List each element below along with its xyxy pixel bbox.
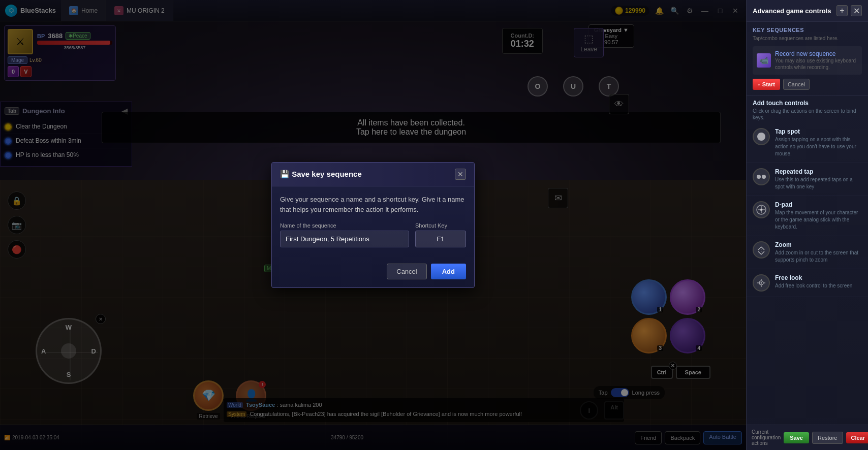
tap-spot-icon — [753, 128, 770, 145]
panel-scroll-area[interactable]: Key sequences Tap/combo sequences are li… — [747, 22, 868, 450]
zoom-svg — [756, 244, 767, 255]
cancel-button-sm[interactable]: Cancel — [783, 79, 810, 90]
dpad-icon — [753, 201, 770, 218]
record-info: Record new sequence You may also use exi… — [775, 50, 858, 71]
free-look-name: Free look — [775, 274, 862, 281]
zoom-info: Zoom Add zoom in or out to the screen th… — [775, 241, 862, 264]
panel-add-button[interactable]: + — [836, 5, 848, 16]
key-sequences-desc: Tap/combo sequences are listed here. — [753, 35, 862, 42]
modal-add-button[interactable]: Add — [431, 264, 466, 279]
record-name-link[interactable]: Record new sequence — [775, 50, 858, 57]
touch-control-repeated-tap[interactable]: Repeated tap Use this to add repeated ta… — [747, 163, 868, 196]
panel-title: Advanced game controls — [753, 7, 831, 15]
save-sequence-modal: 💾 Save key sequence ✕ Give your sequence… — [271, 162, 475, 288]
record-icon: 📹 — [757, 53, 771, 68]
touch-control-dpad[interactable]: D-pad Map the movement of your character… — [747, 196, 868, 236]
free-look-svg — [756, 277, 767, 288]
start-button[interactable]: Start — [753, 79, 780, 90]
name-field-group: Name of the sequence — [280, 222, 409, 247]
panel-footer: Current configuration actions Save Resto… — [747, 425, 868, 450]
panel-close-icon[interactable]: ✕ — [851, 5, 862, 16]
svg-point-5 — [760, 209, 763, 211]
form-row: Name of the sequence Shortcut Key — [280, 222, 466, 247]
touch-control-zoom[interactable]: Zoom Add zoom in or out to the screen th… — [747, 236, 868, 269]
free-look-info: Free look Add free look control to the s… — [775, 274, 862, 290]
touch-control-tap-spot[interactable]: Tap spot Assign tapping on a spot with t… — [747, 123, 868, 163]
repeated-tap-desc: Use this to add repeated taps on a spot … — [775, 176, 862, 190]
shortcut-key-input[interactable] — [415, 231, 466, 247]
name-label: Name of the sequence — [280, 222, 409, 229]
add-touch-header: Add touch controls Click or drag the act… — [747, 95, 868, 123]
key-sequences-title: Key sequences — [753, 27, 862, 33]
modal-title: 💾 Save key sequence — [280, 170, 362, 179]
modal-footer: Cancel Add — [272, 264, 474, 287]
dpad-name: D-pad — [775, 201, 862, 208]
add-touch-desc: Click or drag the actions on the screen … — [753, 108, 862, 121]
save-button[interactable]: Save — [784, 432, 809, 443]
sequence-name-input[interactable] — [280, 231, 409, 247]
svg-point-8 — [761, 282, 762, 284]
shortcut-label: Shortcut Key — [415, 222, 466, 229]
repeated-tap-dots — [757, 175, 766, 179]
tap-spot-dot — [757, 133, 765, 141]
modal-cancel-button[interactable]: Cancel — [387, 264, 426, 279]
tap-spot-info: Tap spot Assign tapping on a spot with t… — [775, 128, 862, 157]
zoom-icon — [753, 241, 770, 259]
modal-body: Give your sequence a name and a shortcut… — [272, 186, 474, 264]
free-look-icon — [753, 274, 770, 292]
modal-overlay: 💾 Save key sequence ✕ Give your sequence… — [0, 0, 746, 450]
repeated-tap-name: Repeated tap — [775, 168, 862, 175]
dot1 — [757, 175, 761, 179]
right-panel: Advanced game controls + ✕ Key sequences… — [746, 0, 868, 450]
panel-header-buttons: + ✕ — [836, 5, 862, 16]
zoom-desc: Add zoom in or out to the screen that su… — [775, 249, 862, 264]
modal-header: 💾 Save key sequence ✕ — [272, 163, 474, 186]
config-label: Current configuration actions — [752, 429, 781, 446]
panel-header: Advanced game controls + ✕ — [747, 0, 868, 22]
record-action-buttons: Start Cancel — [753, 79, 862, 90]
repeated-tap-icon — [753, 168, 770, 185]
game-area: ⬡ BlueStacks 🏠 Home ⚔ MU ORIGIN 2 129990… — [0, 0, 746, 450]
repeated-tap-info: Repeated tap Use this to add repeated ta… — [775, 168, 862, 190]
record-sub-text: You may also use existing keyboard contr… — [775, 57, 858, 71]
modal-close-button[interactable]: ✕ — [455, 169, 466, 180]
dpad-info: D-pad Map the movement of your character… — [775, 201, 862, 231]
clear-button[interactable]: Clear — [846, 432, 869, 443]
key-sequences-section: Key sequences Tap/combo sequences are li… — [747, 22, 868, 95]
zoom-name: Zoom — [775, 241, 862, 248]
touch-control-free-look[interactable]: Free look Add free look control to the s… — [747, 269, 868, 297]
dpad-svg — [756, 204, 767, 215]
restore-button[interactable]: Restore — [812, 432, 843, 444]
tap-spot-desc: Assign tapping on a spot with this actio… — [775, 136, 862, 157]
record-row: 📹 Record new sequence You may also use e… — [753, 46, 862, 75]
dpad-desc: Map the movement of your character or th… — [775, 209, 862, 231]
free-look-desc: Add free look control to the screen — [775, 282, 862, 290]
shortcut-field-group: Shortcut Key — [415, 222, 466, 247]
add-touch-title: Add touch controls — [753, 100, 862, 107]
modal-description: Give your sequence a name and a shortcut… — [280, 195, 466, 214]
dot2 — [762, 175, 766, 179]
tap-spot-name: Tap spot — [775, 128, 862, 135]
